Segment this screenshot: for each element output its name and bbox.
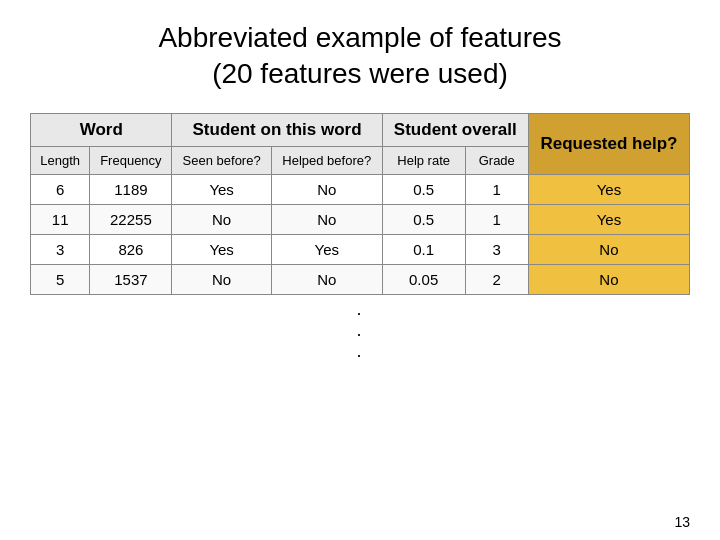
cell-frequency: 1189 — [90, 174, 172, 204]
cell-seen: Yes — [172, 174, 271, 204]
page-number: 13 — [674, 514, 690, 530]
col-header-student-on-word: Student on this word — [172, 113, 382, 146]
col-header-student-overall: Student overall — [382, 113, 528, 146]
table-row: 1122255NoNo0.51Yes — [31, 204, 690, 234]
cell-length: 3 — [31, 234, 90, 264]
table-row: 3826YesYes0.13No — [31, 234, 690, 264]
cell-helped: Yes — [271, 234, 382, 264]
subheader-helped-before: Helped before? — [271, 146, 382, 174]
cell-help-rate: 0.1 — [382, 234, 465, 264]
subheader-frequency: Frequency — [90, 146, 172, 174]
cell-seen: No — [172, 264, 271, 294]
cell-seen: Yes — [172, 234, 271, 264]
cell-frequency: 1537 — [90, 264, 172, 294]
cell-helped: No — [271, 264, 382, 294]
cell-requested: No — [528, 234, 689, 264]
cell-help-rate: 0.05 — [382, 264, 465, 294]
cell-helped: No — [271, 174, 382, 204]
col-header-requested-help: Requested help? — [528, 113, 689, 174]
col-header-word: Word — [31, 113, 172, 146]
dots-row: ... — [356, 295, 363, 366]
subheader-seen-before: Seen before? — [172, 146, 271, 174]
cell-helped: No — [271, 204, 382, 234]
features-table: Word Student on this word Student overal… — [30, 113, 690, 295]
cell-grade: 1 — [465, 204, 528, 234]
cell-help-rate: 0.5 — [382, 174, 465, 204]
subheader-help-rate: Help rate — [382, 146, 465, 174]
cell-requested: Yes — [528, 204, 689, 234]
cell-requested: Yes — [528, 174, 689, 204]
cell-seen: No — [172, 204, 271, 234]
cell-grade: 3 — [465, 234, 528, 264]
table-row: 51537NoNo0.052No — [31, 264, 690, 294]
table-row: 61189YesNo0.51Yes — [31, 174, 690, 204]
cell-requested: No — [528, 264, 689, 294]
subheader-grade: Grade — [465, 146, 528, 174]
page: Abbreviated example of features (20 feat… — [0, 0, 720, 540]
cell-frequency: 22255 — [90, 204, 172, 234]
cell-grade: 1 — [465, 174, 528, 204]
cell-length: 5 — [31, 264, 90, 294]
page-title: Abbreviated example of features (20 feat… — [158, 20, 561, 93]
cell-length: 11 — [31, 204, 90, 234]
subheader-length: Length — [31, 146, 90, 174]
cell-grade: 2 — [465, 264, 528, 294]
table-wrapper: Word Student on this word Student overal… — [30, 113, 690, 295]
cell-length: 6 — [31, 174, 90, 204]
cell-help-rate: 0.5 — [382, 204, 465, 234]
cell-frequency: 826 — [90, 234, 172, 264]
